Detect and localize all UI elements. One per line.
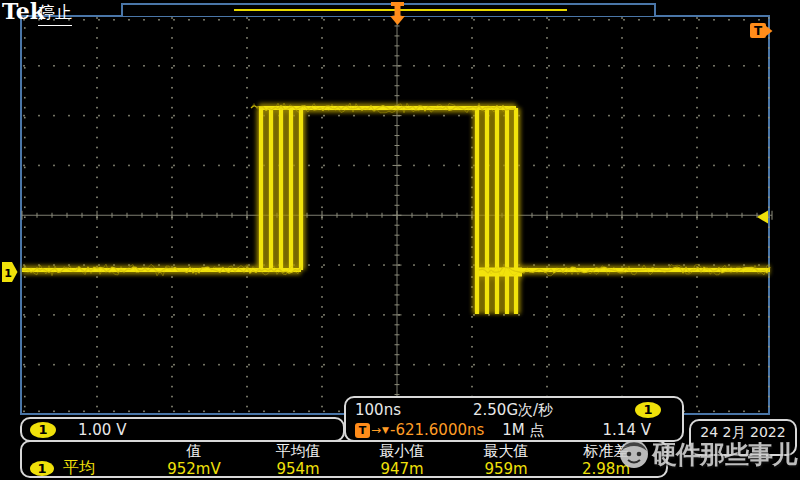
ch1-vertical-scale: 1.00 V bbox=[78, 421, 126, 439]
watermark: 硬件那些事儿 bbox=[618, 430, 800, 478]
ch1-ground-marker[interactable]: 1 bbox=[2, 262, 18, 282]
meas-source-badge: 1 bbox=[30, 461, 54, 476]
col-min: 最小值 bbox=[350, 442, 454, 461]
col-value: 值 bbox=[142, 442, 246, 461]
acquisition-status: 停止 bbox=[38, 1, 72, 26]
meas-name: 平均 bbox=[63, 458, 95, 479]
meas-mean: 954m bbox=[246, 460, 350, 478]
trigger-down-icon: ▼ bbox=[382, 425, 389, 435]
watermark-face-icon bbox=[618, 437, 652, 471]
col-max: 最大值 bbox=[454, 442, 558, 461]
ch1-badge: 1 bbox=[30, 422, 56, 438]
meas-max: 959m bbox=[454, 460, 558, 478]
record-length: 1M 点 bbox=[502, 421, 544, 440]
svg-text:1: 1 bbox=[4, 267, 12, 280]
trigger-source-badge: 1 bbox=[635, 402, 661, 418]
ch1-readout[interactable]: 1 1.00 V bbox=[20, 417, 345, 442]
watermark-text: 硬件那些事儿 bbox=[652, 438, 796, 471]
meas-value: 952mV bbox=[142, 460, 246, 478]
graticule-frame bbox=[20, 15, 770, 415]
horizontal-scale: 100ns bbox=[355, 401, 473, 419]
trigger-position-badge: T bbox=[355, 423, 370, 438]
trigger-delay: -621.6000ns bbox=[390, 421, 484, 439]
meas-min: 947m bbox=[350, 460, 454, 478]
trigger-arrow-icon: → bbox=[371, 423, 381, 437]
measurement-row: 1 平均 952mV 954m 947m 959m 2.98m bbox=[22, 460, 666, 477]
record-view-waveform-line bbox=[234, 9, 567, 11]
sample-rate: 2.50G次/秒 bbox=[473, 401, 623, 420]
measurement-table[interactable]: 值 平均值 最小值 最大值 标准差 1 平均 952mV 954m 947m 9… bbox=[20, 440, 668, 478]
col-mean: 平均值 bbox=[246, 442, 350, 461]
